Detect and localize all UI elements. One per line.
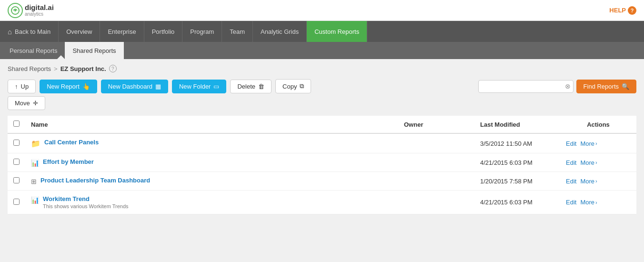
row-name-cell: 📊 Effort by Member	[25, 153, 398, 172]
header-check	[8, 116, 25, 133]
brand-name: digital.ai	[25, 4, 54, 12]
new-dashboard-icon: ▦	[155, 83, 161, 90]
table-row: 📊 Workitem Trend This shows various Work…	[8, 191, 636, 214]
header-last-modified: Last Modified	[474, 116, 560, 133]
up-button[interactable]: ↑ Up	[8, 80, 36, 93]
new-report-button[interactable]: New Report 👆	[40, 80, 97, 93]
row-modified-cell: 4/21/2015 6:03 PM	[474, 153, 560, 172]
search-area: ⊗ Find Reports 🔍	[478, 80, 636, 93]
home-icon: ⌂	[8, 28, 12, 36]
new-folder-icon: ▭	[213, 83, 219, 90]
edit-link[interactable]: Edit	[566, 199, 576, 206]
breadcrumb-help-icon[interactable]: ?	[109, 65, 117, 72]
copy-button[interactable]: Copy ⧉	[275, 79, 311, 93]
edit-link[interactable]: Edit	[566, 140, 576, 147]
nav-item-back-to-main[interactable]: ⌂ Back to Main	[0, 21, 59, 42]
nav-item-program[interactable]: Program	[182, 21, 222, 42]
row-actions-cell: Edit More ›	[560, 133, 636, 153]
table-header-row: Name Owner Last Modified Actions	[8, 116, 636, 133]
search-clear-icon[interactable]: ⊗	[565, 83, 571, 90]
header-name: Name	[25, 116, 398, 133]
logo-area: digital.ai analytics	[8, 3, 54, 18]
row-checkbox[interactable]	[13, 199, 20, 205]
more-chevron-icon: ›	[595, 160, 597, 165]
more-link[interactable]: More ›	[580, 159, 597, 166]
row-check-cell	[8, 153, 25, 172]
row-name-cell: 📁 Call Center Panels	[25, 133, 398, 153]
nav-item-portfolio[interactable]: Portfolio	[144, 21, 183, 42]
svg-point-1	[14, 10, 16, 11]
row-checkbox[interactable]	[13, 159, 20, 165]
nav-item-custom-reports[interactable]: Custom Reports	[307, 21, 367, 42]
find-reports-button[interactable]: Find Reports 🔍	[576, 80, 636, 93]
edit-link[interactable]: Edit	[566, 178, 576, 185]
search-input[interactable]	[478, 80, 574, 93]
up-label: Up	[21, 83, 29, 90]
report-name-link[interactable]: Workitem Trend	[43, 195, 129, 202]
row-modified-cell: 4/21/2015 6:03 PM	[474, 191, 560, 214]
nav-item-personal-reports[interactable]: Personal Reports	[2, 42, 65, 59]
row-checkbox[interactable]	[13, 140, 20, 146]
delete-button[interactable]: Delete 🗑	[230, 80, 272, 93]
table-row: 📊 Effort by Member 4/21/2015 6:03 PM Edi…	[8, 153, 636, 172]
row-owner-cell	[398, 172, 474, 191]
brand-sub: analytics	[25, 11, 54, 17]
row-modified-cell: 3/5/2012 11:50 AM	[474, 133, 560, 153]
edit-link[interactable]: Edit	[566, 159, 576, 166]
copy-icon: ⧉	[300, 82, 304, 90]
report-name-link[interactable]: Product Leadership Team Dashboard	[40, 177, 150, 184]
select-all-checkbox[interactable]	[13, 121, 20, 127]
row-actions-cell: Edit More ›	[560, 153, 636, 172]
help-icon: ?	[628, 6, 636, 15]
move-button[interactable]: Move ✛	[8, 96, 45, 110]
dashboard-icon: ⊞	[31, 178, 37, 185]
new-folder-label: New Folder	[179, 83, 211, 90]
delete-icon: 🗑	[258, 83, 264, 90]
more-link[interactable]: More ›	[580, 199, 597, 206]
nav-item-shared-reports[interactable]: Shared Reports	[65, 42, 123, 59]
delete-label: Delete	[237, 83, 255, 90]
new-folder-button[interactable]: New Folder ▭	[172, 80, 226, 93]
nav-item-overview[interactable]: Overview	[59, 21, 100, 42]
up-arrow-icon: ↑	[15, 83, 18, 90]
row-actions-cell: Edit More ›	[560, 172, 636, 191]
chart-icon: 📊	[31, 159, 39, 167]
logo-icon	[8, 3, 23, 18]
row-owner-cell	[398, 133, 474, 153]
new-dashboard-button[interactable]: New Dashboard ▦	[101, 80, 168, 93]
search-wrap: ⊗	[478, 80, 574, 93]
content-area: Shared Reports > EZ Support Inc. ? ↑ Up …	[0, 59, 644, 220]
header-actions: Actions	[560, 116, 636, 133]
secondary-nav: Personal Reports Shared Reports	[0, 42, 644, 59]
find-reports-label: Find Reports	[584, 83, 619, 90]
more-chevron-icon: ›	[595, 178, 597, 184]
find-reports-icon: 🔍	[622, 83, 629, 90]
copy-label: Copy	[282, 83, 297, 90]
more-link[interactable]: More ›	[580, 140, 597, 147]
toolbar-row2: Move ✛	[8, 96, 636, 110]
row-name-cell: 📊 Workitem Trend This shows various Work…	[25, 191, 398, 214]
more-chevron-icon: ›	[595, 141, 597, 146]
report-table: Name Owner Last Modified Actions 📁	[8, 116, 636, 214]
help-button[interactable]: HELP ?	[609, 6, 636, 15]
folder-icon: 📁	[31, 139, 40, 148]
breadcrumb-parent[interactable]: Shared Reports	[8, 65, 51, 72]
nav-item-analytic-grids[interactable]: Analytic Grids	[253, 21, 307, 42]
row-name-cell: ⊞ Product Leadership Team Dashboard	[25, 172, 398, 191]
nav-item-team[interactable]: Team	[222, 21, 253, 42]
report-name-link[interactable]: Call Center Panels	[44, 139, 99, 146]
nav-arrow	[57, 55, 65, 59]
more-chevron-icon: ›	[595, 200, 597, 205]
more-link[interactable]: More ›	[580, 178, 597, 185]
report-name-link[interactable]: Effort by Member	[43, 158, 94, 165]
row-owner-cell	[398, 153, 474, 172]
new-report-label: New Report	[47, 83, 80, 90]
primary-nav: ⌂ Back to Main Overview Enterprise Portf…	[0, 21, 644, 42]
breadcrumb-separator: >	[54, 65, 58, 72]
nav-item-enterprise[interactable]: Enterprise	[100, 21, 144, 42]
new-dashboard-label: New Dashboard	[108, 83, 152, 90]
move-label: Move	[15, 100, 30, 107]
row-checkbox[interactable]	[13, 177, 20, 183]
row-check-cell	[8, 172, 25, 191]
new-report-icon: 👆	[82, 83, 90, 90]
